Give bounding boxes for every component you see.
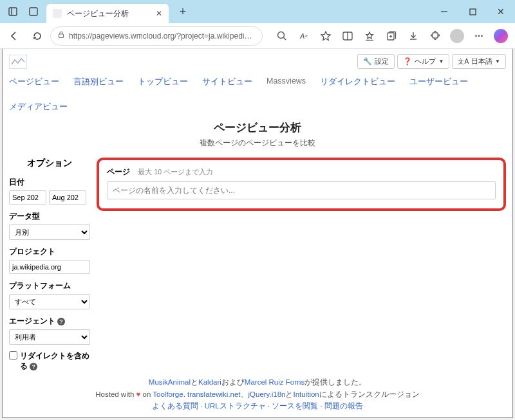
browser-tab[interactable]: ページビュー分析 ✕ [46, 4, 169, 23]
footer-link-url[interactable]: URLストラクチャ [205, 402, 266, 410]
nav-siteviews[interactable]: サイトビュー [202, 77, 252, 87]
footer-link-report[interactable]: 問題の報告 [324, 402, 363, 410]
pages-box: ページ 最大 10 ページまで入力 [97, 158, 506, 211]
new-tab-button[interactable]: + [174, 3, 192, 21]
pages-hint: 最大 10 ページまで入力 [138, 168, 213, 176]
translate-icon: 文A [458, 57, 469, 66]
options-heading: オプション [9, 158, 90, 169]
svg-rect-0 [9, 8, 17, 15]
project-input[interactable] [9, 260, 90, 274]
tab-title: ページビュー分析 [67, 8, 129, 19]
settings-button[interactable]: 🔧設定 [357, 54, 395, 69]
footer-link-marcel[interactable]: Marcel Ruiz Forns [245, 378, 304, 386]
nav-tabs: ページビュー 言語別ビュー トップビュー サイトビュー Massviews リダ… [9, 73, 506, 120]
browser-titlebar: ページビュー分析 ✕ + ✕ [0, 0, 515, 23]
footer-link-intuition[interactable]: Intuition [293, 390, 319, 398]
nav-topviews[interactable]: トップビュー [138, 77, 188, 87]
date-to-input[interactable] [49, 190, 86, 205]
collections-icon[interactable] [381, 26, 402, 46]
site-logo[interactable] [9, 55, 27, 69]
platform-select[interactable]: すべて [9, 294, 90, 309]
page-viewport: 🔧設定 ❓ヘルプ▼ 文A日本語▼ ページビュー 言語別ビュー トップビュー サイ… [2, 49, 513, 418]
chevron-down-icon: ▼ [438, 59, 444, 64]
footer-link-kaldari[interactable]: Kaldari [198, 378, 221, 386]
more-icon[interactable]: ··· [469, 26, 489, 46]
pages-input[interactable] [107, 181, 496, 199]
window-minimize-button[interactable] [430, 0, 458, 23]
favorite-icon[interactable] [315, 26, 336, 46]
nav-langviews[interactable]: 言語別ビュー [73, 77, 124, 87]
split-screen-icon[interactable] [337, 26, 358, 46]
project-label: プロジェクト [9, 246, 90, 257]
help-icon[interactable]: ? [57, 318, 65, 325]
copilot-icon[interactable] [491, 26, 511, 46]
window-close-button[interactable]: ✕ [487, 0, 515, 23]
help-button[interactable]: ❓ヘルプ▼ [397, 54, 449, 69]
footer-link-faq[interactable]: よくある質問 [152, 402, 198, 410]
nav-mediaviews[interactable]: メディアビュー [9, 102, 68, 113]
zoom-icon[interactable] [272, 26, 292, 46]
redirects-checkbox[interactable] [9, 351, 17, 360]
downloads-icon[interactable] [403, 26, 424, 46]
svg-point-6 [278, 32, 285, 38]
url-text: https://pageviews.wmcloud.org/?project=j… [69, 32, 256, 41]
agent-select[interactable]: 利用者 [9, 329, 90, 345]
datatype-label: データ型 [9, 211, 90, 222]
page-subtitle: 複数ページのページビューを比較 [9, 138, 506, 149]
footer-link-source[interactable]: ソースを閲覧 [272, 402, 318, 410]
svg-rect-4 [470, 9, 476, 15]
chevron-down-icon: ▼ [495, 59, 500, 64]
agent-label: エージェント ? [9, 316, 90, 327]
lock-icon [57, 31, 65, 41]
footer-link-jquery[interactable]: jQuery.i18n [248, 390, 286, 398]
nav-redirectviews[interactable]: リダイレクトビュー [320, 77, 395, 87]
language-button[interactable]: 文A日本語▼ [452, 54, 506, 69]
svg-rect-5 [59, 34, 64, 38]
svg-rect-2 [30, 8, 37, 15]
wrench-icon: 🔧 [363, 57, 372, 66]
nav-massviews[interactable]: Massviews [267, 77, 306, 87]
options-sidebar: オプション 日付 データ型 月別 プロジェクト プラットフォーム すべて エージ… [9, 158, 90, 371]
url-bar[interactable]: https://pageviews.wmcloud.org/?project=j… [50, 26, 263, 46]
footer-link-toolforge[interactable]: Toolforge [153, 390, 183, 398]
nav-userviews[interactable]: ユーザービュー [409, 77, 468, 87]
redirects-label: リダイレクトを含める ? [20, 351, 90, 371]
footer-link-musik[interactable]: MusikAnimal [149, 378, 191, 386]
sidebar-toggle-icon[interactable] [5, 4, 21, 19]
platform-label: プラットフォーム [9, 280, 90, 291]
favorites-bar-icon[interactable] [359, 26, 380, 46]
svg-line-7 [284, 37, 286, 40]
refresh-button[interactable] [27, 26, 48, 46]
workspaces-icon[interactable] [26, 4, 41, 19]
window-maximize-button[interactable] [458, 0, 487, 23]
read-aloud-icon[interactable]: A» [294, 26, 314, 46]
datatype-select[interactable]: 月別 [9, 224, 90, 240]
favicon [53, 9, 62, 18]
footer: MusikAnimalとKaldariおよびMarcel Ruiz Fornsが… [9, 371, 506, 418]
back-button[interactable] [4, 26, 24, 46]
extensions-icon[interactable] [425, 26, 445, 46]
date-label: 日付 [9, 177, 90, 188]
footer-link-trans[interactable]: translatewiki.net [187, 390, 240, 398]
profile-avatar[interactable] [447, 26, 467, 46]
pages-label: ページ [107, 167, 130, 176]
browser-address-bar: https://pageviews.wmcloud.org/?project=j… [0, 23, 515, 49]
help-icon: ❓ [403, 57, 412, 66]
nav-pageviews[interactable]: ページビュー [9, 77, 59, 87]
page-title: ページビュー分析 [9, 120, 506, 135]
help-icon[interactable]: ? [30, 363, 37, 370]
date-from-input[interactable] [9, 190, 46, 205]
close-tab-icon[interactable]: ✕ [156, 9, 162, 18]
